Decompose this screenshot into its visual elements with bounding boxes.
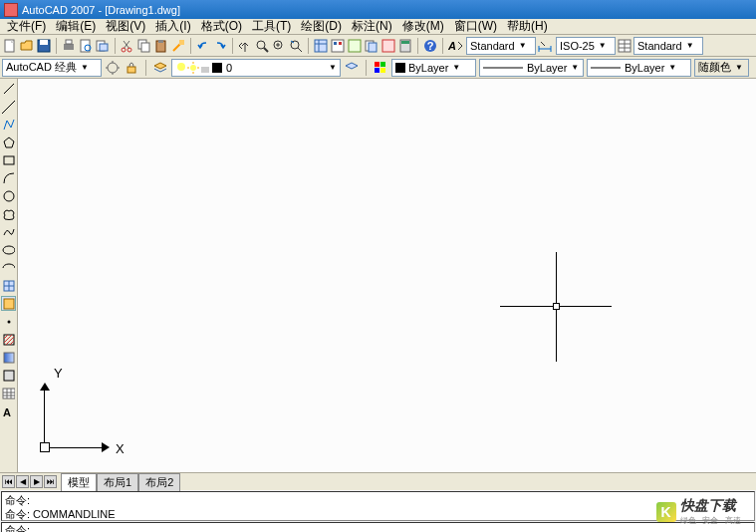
matchprop-icon[interactable] — [170, 38, 186, 54]
drawing-area[interactable]: Y X — [18, 79, 756, 472]
color-dropdown[interactable]: ByLayer▼ — [391, 59, 476, 77]
new-icon[interactable] — [2, 38, 18, 54]
tab-layout1[interactable]: 布局1 — [97, 473, 138, 491]
toolpalette-icon[interactable] — [347, 38, 363, 54]
svg-rect-15 — [179, 40, 184, 45]
cmd-history-2: 命令: COMMANDLINE — [5, 507, 751, 521]
svg-text:?: ? — [427, 40, 434, 52]
svg-rect-26 — [382, 40, 394, 52]
lineweight-dropdown[interactable]: ByLayer▼ — [587, 59, 691, 77]
menu-dim[interactable]: 标注(N) — [347, 18, 397, 35]
properties-icon[interactable] — [313, 38, 329, 54]
spline-tool-icon[interactable] — [1, 224, 16, 239]
command-window[interactable]: 命令: 命令: COMMANDLINE — [1, 491, 755, 521]
dimstyle-dropdown[interactable]: ISO-25▼ — [556, 37, 616, 55]
undo-icon[interactable] — [195, 38, 211, 54]
command-input[interactable]: 命令: — [1, 522, 755, 532]
layer-manager-icon[interactable] — [152, 60, 168, 76]
tab-first-icon[interactable]: ⏮ — [2, 475, 15, 488]
tab-next-icon[interactable]: ▶ — [30, 475, 43, 488]
paste-icon[interactable] — [153, 38, 169, 54]
textstyle-btn-icon[interactable]: A — [447, 38, 465, 54]
ellipse-tool-icon[interactable] — [1, 242, 16, 257]
table-tool-icon[interactable] — [1, 386, 16, 400]
menu-modify[interactable]: 修改(M) — [397, 18, 449, 35]
tab-model[interactable]: 模型 — [61, 473, 97, 491]
layer-dropdown[interactable]: 0▼ — [171, 59, 341, 77]
hatch-tool-icon[interactable] — [1, 332, 16, 347]
gradient-tool-icon[interactable] — [1, 350, 16, 365]
tab-last-icon[interactable]: ⏭ — [44, 475, 57, 488]
svg-rect-56 — [4, 371, 14, 381]
xline-tool-icon[interactable] — [1, 99, 16, 114]
save-icon[interactable] — [36, 38, 52, 54]
print-icon[interactable] — [61, 38, 77, 54]
menu-file[interactable]: 文件(F) — [2, 18, 51, 35]
plotstyle-dropdown[interactable]: 随颜色▼ — [694, 59, 749, 77]
menu-draw[interactable]: 绘图(D) — [296, 18, 347, 35]
textstyle-dropdown[interactable]: Standard▼ — [466, 37, 536, 55]
insert-tool-icon[interactable] — [1, 278, 16, 293]
menu-format[interactable]: 格式(O) — [196, 18, 247, 35]
revcloud-tool-icon[interactable] — [1, 206, 16, 221]
cut-icon[interactable] — [120, 38, 135, 54]
zoom-prev-icon[interactable] — [288, 38, 304, 54]
zoom-realtime-icon[interactable] — [254, 38, 270, 54]
window-title: AutoCAD 2007 - [Drawing1.dwg] — [22, 4, 752, 16]
workspace-settings-icon[interactable] — [105, 60, 121, 76]
markup-icon[interactable] — [380, 38, 396, 54]
calc-icon[interactable] — [397, 38, 413, 54]
bulb-icon — [175, 62, 187, 74]
color-btn-icon[interactable] — [373, 60, 388, 76]
menu-insert[interactable]: 插入(I) — [150, 18, 195, 35]
point-tool-icon[interactable] — [1, 314, 16, 329]
menu-tools[interactable]: 工具(T) — [247, 18, 296, 35]
copy-icon[interactable] — [136, 38, 152, 54]
open-icon[interactable] — [19, 38, 35, 54]
text-tool-icon[interactable]: A — [1, 403, 16, 418]
ellipsearc-tool-icon[interactable] — [1, 260, 16, 275]
svg-rect-55 — [4, 353, 14, 363]
tab-prev-icon[interactable]: ◀ — [16, 475, 29, 488]
standard-toolbar: ? A Standard▼ ISO-25▼ Standard▼ — [0, 35, 756, 57]
linetype-dropdown[interactable]: ByLayer▼ — [479, 59, 584, 77]
region-tool-icon[interactable] — [1, 368, 16, 383]
svg-rect-48 — [4, 156, 14, 164]
menu-edit[interactable]: 编辑(E) — [51, 18, 101, 35]
polyline-tool-icon[interactable] — [1, 117, 16, 132]
block-tool-icon[interactable] — [1, 296, 16, 311]
help-icon[interactable]: ? — [422, 38, 438, 54]
watermark-sub: 绿色 · 安全 · 高速 — [680, 515, 741, 526]
svg-point-50 — [3, 246, 15, 254]
menu-view[interactable]: 视图(V) — [101, 18, 150, 35]
dimstyle-value: ISO-25 — [560, 40, 595, 52]
tablestyle-value: Standard — [637, 40, 682, 52]
publish-icon[interactable] — [95, 38, 111, 54]
tablestyle-btn-icon[interactable] — [617, 38, 632, 54]
svg-rect-21 — [334, 42, 337, 45]
dimstyle-btn-icon[interactable] — [537, 38, 555, 54]
svg-text:A: A — [3, 406, 11, 418]
svg-rect-19 — [315, 40, 327, 52]
layer-prev-icon[interactable] — [344, 60, 360, 76]
menu-window[interactable]: 窗口(W) — [449, 18, 502, 35]
designcenter-icon[interactable] — [330, 38, 346, 54]
workspace-lock-icon[interactable] — [124, 60, 139, 76]
circle-tool-icon[interactable] — [1, 188, 16, 203]
arc-tool-icon[interactable] — [1, 170, 16, 185]
tablestyle-dropdown[interactable]: Standard▼ — [633, 37, 703, 55]
workspace-dropdown[interactable]: AutoCAD 经典▼ — [2, 59, 102, 77]
svg-rect-28 — [401, 41, 409, 44]
tab-layout2[interactable]: 布局2 — [138, 473, 180, 491]
zoom-window-icon[interactable] — [271, 38, 287, 54]
menu-help[interactable]: 帮助(H) — [502, 18, 553, 35]
svg-rect-14 — [158, 40, 163, 43]
preview-icon[interactable] — [78, 38, 94, 54]
line-tool-icon[interactable] — [1, 81, 16, 96]
sheetset-icon[interactable] — [364, 38, 379, 54]
polygon-tool-icon[interactable] — [1, 134, 16, 149]
redo-icon[interactable] — [212, 38, 228, 54]
rectangle-tool-icon[interactable] — [1, 152, 16, 167]
svg-rect-40 — [380, 62, 385, 67]
pan-icon[interactable] — [237, 38, 253, 54]
